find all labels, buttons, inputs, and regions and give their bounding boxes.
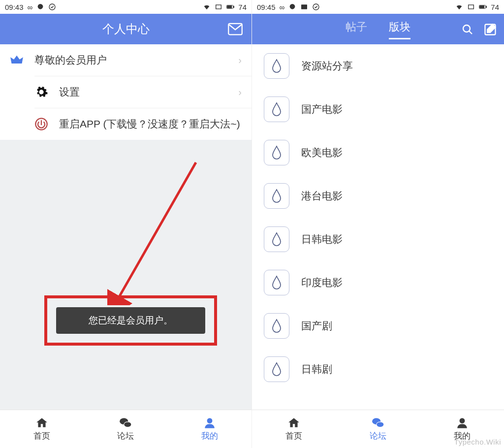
row-label: 重启APP (下载慢？没速度？重启大法~) [59,117,240,131]
svg-point-1 [49,4,55,10]
svg-rect-17 [480,6,484,8]
screenshot-left: 09:43 ∞ 74 个人中心 尊敬的会员用户 › 设置 › [0,0,252,448]
battery-percent: 74 [238,3,247,11]
annotation-highlight: 您已经是会员用户。 [44,295,217,346]
svg-rect-18 [486,6,487,7]
row-restart[interactable]: 重启APP (下载慢？没速度？重启大法~) [34,108,252,140]
status-bar: 09:43 ∞ 74 [0,0,252,14]
svg-point-23 [459,418,465,423]
battery-icon [226,3,234,11]
nav-home[interactable]: 首页 [252,410,336,448]
bottom-nav: 首页 论坛 我的 [0,410,252,448]
row-label: 尊敬的会员用户 [34,53,107,67]
forum-item[interactable]: 港台电影 [252,174,504,218]
annotation-arrow-icon [107,158,201,305]
forum-label: 国产剧 [301,319,332,333]
drop-icon [264,226,289,252]
header: 个人中心 [0,14,252,44]
forum-item[interactable]: 国产剧 [252,304,504,348]
svg-point-12 [290,4,295,9]
user-icon [455,416,470,429]
toast-message: 您已经是会员用户。 [56,307,205,334]
infinity-icon: ∞ [280,3,285,11]
search-icon[interactable] [462,24,473,38]
svg-rect-5 [234,6,234,7]
home-icon [286,416,301,429]
svg-rect-2 [216,5,221,9]
row-settings[interactable]: 设置 › [34,76,252,108]
header-tabs: 帖子 版块 [346,20,410,38]
wifi-icon [455,3,463,11]
signal-icon [467,3,475,11]
screenshot-right: 09:45 ∞ 74 帖子 版块 资源站分享 国产电影 欧美电影 港台电影 日韩… [252,0,504,448]
user-icon [202,416,217,429]
svg-point-22 [377,422,384,427]
header: 帖子 版块 [252,14,504,44]
forum-item[interactable]: 日韩剧 [252,348,504,391]
forum-label: 资源站分享 [301,59,353,73]
power-icon [34,117,48,131]
forum-item[interactable]: 国产电影 [252,88,504,131]
nav-label: 论坛 [370,430,386,442]
forum-label: 港台电影 [301,189,343,203]
svg-rect-4 [227,6,232,8]
forum-icon [118,416,133,429]
forum-list[interactable]: 资源站分享 国产电影 欧美电影 港台电影 日韩电影 印度电影 国产剧 日韩剧 [252,44,504,410]
forum-item[interactable]: 印度电影 [252,261,504,304]
check-circle-icon [312,3,320,11]
row-member[interactable]: 尊敬的会员用户 › [0,44,252,76]
wifi-icon [203,3,211,11]
forum-label: 日韩电影 [301,232,343,246]
drop-icon [264,53,289,79]
empty-area: 您已经是会员用户。 [0,140,252,410]
tab-sections[interactable]: 版块 [389,20,410,38]
drop-icon [264,183,289,209]
svg-point-0 [38,4,43,9]
forum-item[interactable]: 日韩电影 [252,218,504,261]
mail-icon[interactable] [228,23,243,38]
battery-icon [479,3,487,11]
nav-home[interactable]: 首页 [0,410,84,448]
status-time: 09:43 [5,3,24,11]
svg-point-11 [207,418,212,423]
status-bar: 09:45 ∞ 74 [252,0,504,14]
forum-item[interactable]: 资源站分享 [252,44,504,88]
forum-label: 欧美电影 [301,146,343,160]
svg-rect-13 [301,4,307,9]
nav-forum[interactable]: 论坛 [84,410,167,448]
nav-forum[interactable]: 论坛 [336,410,420,448]
forum-label: 国产电影 [301,102,343,116]
forum-item[interactable]: 欧美电影 [252,131,504,174]
forum-label: 印度电影 [301,276,343,289]
tab-posts[interactable]: 帖子 [346,20,367,38]
status-time: 09:45 [257,3,276,11]
page-title: 个人中心 [102,21,150,37]
forum-icon [371,416,385,429]
mail-status-icon [300,3,308,11]
battery-percent: 74 [491,3,499,11]
compose-icon[interactable] [483,23,497,39]
drop-icon [264,140,289,165]
svg-line-8 [117,162,196,300]
check-circle-icon [48,3,56,11]
gear-icon [34,85,48,99]
settings-list: 尊敬的会员用户 › 设置 › 重启APP (下载慢？没速度？重启大法~) [0,44,252,140]
svg-rect-15 [469,5,474,9]
chat-icon [288,3,296,11]
watermark: Typecho.Wiki [454,438,501,446]
nav-mine[interactable]: 我的 [168,410,252,448]
nav-label: 首页 [285,430,302,442]
nav-label: 论坛 [117,430,134,442]
drop-icon [264,96,289,122]
nav-label: 首页 [33,430,50,442]
signal-icon [215,3,222,11]
chevron-right-icon: › [238,55,242,66]
home-icon [34,416,49,429]
svg-point-19 [463,25,470,32]
forum-label: 日韩剧 [301,362,332,376]
svg-point-10 [124,422,131,427]
crown-icon [10,53,24,67]
svg-point-14 [313,4,319,10]
chevron-right-icon: › [238,87,242,98]
drop-icon [264,356,289,382]
